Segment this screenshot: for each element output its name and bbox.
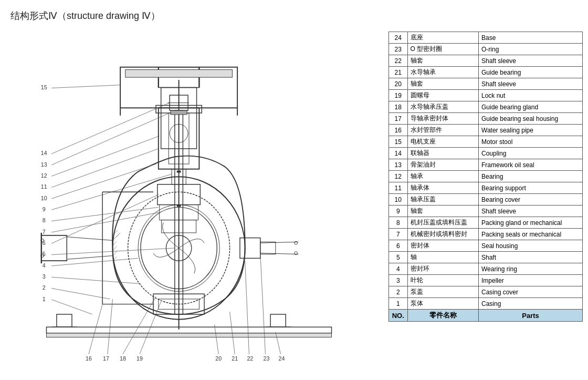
svg-text:15: 15 [41,84,47,90]
table-row: 16 水封管部件 Water sealing pipe [389,125,583,136]
table-row: 14 联轴器 Coupling [389,148,583,159]
part-number: 19 [389,90,408,101]
header-no: NO. [389,310,408,322]
svg-text:16: 16 [86,355,92,362]
table-row: 12 轴承 Bearing [389,171,583,182]
svg-rect-43 [177,205,181,207]
part-name-en: Framework oil seal [479,159,583,171]
part-name-cn: 电机支座 [407,136,478,148]
part-name-en: Guide bearing seal housing [479,113,583,125]
part-number: 20 [389,78,408,90]
part-name-cn: 轴套 [407,206,478,217]
parts-table: 24 底座 Base 23 O 型密封圈 O-ring 22 轴套 Shaft … [388,32,583,322]
svg-text:18: 18 [120,355,126,362]
svg-rect-2 [46,333,331,337]
page-title: 结构形式Ⅳ（structure drawing Ⅳ） [10,9,160,22]
part-number: 24 [389,32,408,44]
svg-text:24: 24 [279,355,285,362]
part-name-en: Lock nut [479,90,583,101]
svg-text:4: 4 [43,262,46,269]
part-name-en: Water sealing pipe [479,125,583,136]
part-name-en: Bearing support [479,182,583,194]
table-row: 24 底座 Base [389,32,583,44]
svg-rect-0 [11,29,368,365]
part-number: 8 [389,217,408,229]
part-number: 7 [389,229,408,240]
svg-text:22: 22 [247,355,253,362]
part-name-en: Casing cover [479,286,583,298]
part-number: 5 [389,252,408,263]
part-name-cn: 水导轴承压盖 [407,101,478,113]
svg-text:9: 9 [43,206,46,212]
part-number: 13 [389,159,408,171]
part-name-cn: 轴承压盖 [407,194,478,206]
header-en: Parts [479,310,583,322]
part-name-en: Motor stool [479,136,583,148]
table-row: 3 叶轮 Impeller [389,275,583,286]
svg-text:20: 20 [215,355,222,362]
part-name-en: Guide bearing [479,67,583,78]
part-name-en: Casing [479,298,583,310]
part-name-cn: 底座 [407,32,478,44]
part-number: 2 [389,286,408,298]
part-number: 22 [389,55,408,67]
svg-text:13: 13 [41,161,47,168]
table-row: 8 机封压盖或填料压盖 Packing gland or mechanical [389,217,583,229]
part-name-cn: 轴套 [407,78,478,90]
part-name-en: Coupling [479,148,583,159]
part-name-cn: 圆螺母 [407,90,478,101]
part-number: 9 [389,206,408,217]
table-row: 10 轴承压盖 Bearing cover [389,194,583,206]
part-name-en: Packing gland or mechanical [479,217,583,229]
part-name-en: Guide bearing gland [479,101,583,113]
part-name-en: Base [479,32,583,44]
part-name-cn: 叶轮 [407,275,478,286]
part-name-en: Impeller [479,275,583,286]
part-name-en: Packing seals or mechanical [479,229,583,240]
part-name-cn: 骨架油封 [407,159,478,171]
svg-rect-42 [177,171,181,173]
svg-text:6: 6 [43,240,46,246]
table-header: NO. 零件名称 Parts [389,310,583,322]
part-number: 17 [389,113,408,125]
svg-text:11: 11 [41,183,47,190]
svg-rect-36 [171,110,187,115]
part-name-cn: 泵体 [407,298,478,310]
part-name-en: Shaft sleeve [479,55,583,67]
part-name-en: Bearing cover [479,194,583,206]
part-number: 11 [389,182,408,194]
table-row: 22 轴套 Shaft sleeve [389,55,583,67]
table-row: 2 泵盖 Casing cover [389,286,583,298]
part-number: 23 [389,44,408,55]
part-number: 3 [389,275,408,286]
svg-text:5: 5 [43,251,46,257]
part-name-cn: 导轴承密封体 [407,113,478,125]
svg-text:1: 1 [43,296,46,302]
header-cn: 零件名称 [407,310,478,322]
part-name-cn: 联轴器 [407,148,478,159]
table-row: 20 轴套 Shaft sleeve [389,78,583,90]
svg-text:10: 10 [41,195,47,201]
table-row: 7 机械密封或填料密封 Packing seals or mechanical [389,229,583,240]
svg-text:14: 14 [41,150,47,156]
part-name-cn: 密封环 [407,263,478,275]
part-name-en: Shaft sleeve [479,206,583,217]
part-number: 1 [389,298,408,310]
part-number: 12 [389,171,408,182]
part-name-en: Bearing [479,171,583,182]
part-name-en: Wearing ring [479,263,583,275]
part-number: 15 [389,136,408,148]
part-number: 4 [389,263,408,275]
part-number: 21 [389,67,408,78]
part-name-cn: 机封压盖或填料压盖 [407,217,478,229]
part-name-en: Shaft [479,252,583,263]
table-row: 21 水导轴承 Guide bearing [389,67,583,78]
part-number: 14 [389,148,408,159]
table-row: 23 O 型密封圈 O-ring [389,44,583,55]
part-name-cn: 轴承体 [407,182,478,194]
table-row: 13 骨架油封 Framework oil seal [389,159,583,171]
part-name-cn: O 型密封圈 [407,44,478,55]
svg-text:17: 17 [103,355,109,362]
table-row: 19 圆螺母 Lock nut [389,90,583,101]
part-name-cn: 密封体 [407,240,478,252]
